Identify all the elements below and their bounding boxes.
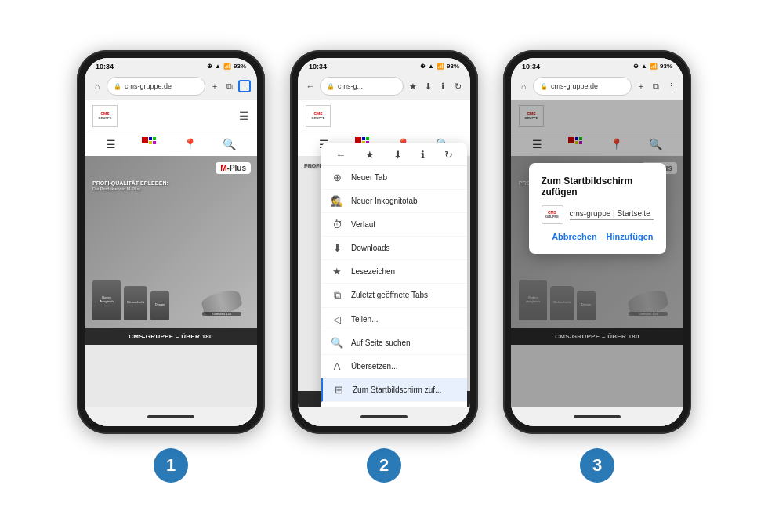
browser-back-2[interactable]: ←	[304, 80, 317, 92]
product-can-med-1: Mehrschicht	[124, 286, 147, 320]
step-label-1: 1	[166, 455, 176, 476]
wifi-icon-3: 📶	[650, 63, 658, 70]
signal-icon: ▲	[215, 63, 221, 70]
dialog-cancel-btn-3[interactable]: Abbrechen	[552, 232, 596, 241]
dd-dl-btn[interactable]: ⬇	[393, 149, 402, 161]
browser-home-btn-3[interactable]: ⌂	[517, 80, 530, 92]
dd-refresh-icon: ↻	[444, 149, 453, 161]
roll-label-1: Glattvlies 150	[202, 312, 241, 316]
cms-logo-1: CMS GRUPPE	[92, 105, 118, 127]
dd-star-btn[interactable]: ★	[365, 149, 375, 161]
dd-info-icon: ℹ	[421, 149, 425, 161]
m-text-1: M	[220, 164, 226, 172]
dd-item-teilen[interactable]: ◁ Teilen...	[321, 308, 467, 331]
dialog-overlay-3: Zum Startbildschirm zufügen CMS GRUPPE c…	[511, 100, 683, 407]
dd-item-zuletzt[interactable]: ⧉ Zuletzt geöffnete Tabs	[321, 284, 467, 308]
status-icons-3: ⊕ ▲ 📶 93%	[633, 63, 672, 70]
dd-neuer-tab-label: Neuer Tab	[351, 173, 387, 182]
svg-rect-0	[142, 137, 148, 143]
dd-item-uebersetzen[interactable]: A Übersetzen...	[321, 355, 467, 378]
products-area-1: BodenAusgleich Mehrschicht Design Glattv…	[92, 280, 249, 320]
status-icons-2: ⊕ ▲ 📶 93%	[420, 63, 459, 70]
dialog-box-3: Zum Startbildschirm zufügen CMS GRUPPE c…	[529, 163, 666, 254]
dd-refresh-btn[interactable]: ↻	[444, 149, 453, 161]
gruppe-text-1: GRUPPE	[99, 116, 112, 120]
dd-info-btn[interactable]: ℹ	[421, 149, 425, 161]
lock-icon-1: 🔒	[114, 83, 121, 90]
dd-dl-icon: ⬇	[393, 149, 402, 161]
dialog-app-name-3: cms-gruppe | Startseite	[570, 209, 654, 220]
product-can-large-1: BodenAusgleich	[92, 280, 121, 320]
website-content-1: CMS GRUPPE ☰ ☰	[85, 100, 257, 407]
url-bar-3[interactable]: 🔒 cms-gruppe.de	[533, 77, 632, 96]
dd-lesezeichen-label: Lesezeichen	[351, 267, 395, 276]
main-container: 10:34 ⊕ ▲ 📶 93% ⌂ 🔒 cms-gruppe.de	[0, 0, 768, 532]
dialog-actions-3: Abbrechen Hinzufügen	[542, 232, 654, 241]
new-tab-btn-3[interactable]: +	[635, 80, 647, 92]
bluetooth-icon-2: ⊕	[420, 63, 426, 70]
url-bar-1[interactable]: 🔒 cms-gruppe.de	[107, 77, 205, 96]
new-tab-btn-1[interactable]: +	[208, 80, 221, 92]
menu-btn-1[interactable]: ⋮	[238, 80, 251, 92]
status-bar-2: 10:34 ⊕ ▲ 📶 93%	[298, 58, 470, 74]
nav-location-1[interactable]: 📍	[183, 138, 197, 150]
dd-item-desktop[interactable]: 🖥 Desktopwebsite ☐	[321, 402, 467, 407]
dropdown-top-actions-2: ← ★ ⬇ ℹ ↻	[321, 143, 467, 166]
step-label-3: 3	[592, 455, 602, 476]
info-btn-2[interactable]: ℹ	[437, 80, 449, 92]
url-text-3: cms-gruppe.de	[551, 82, 598, 90]
dd-back-btn[interactable]: ←	[335, 149, 346, 161]
phone-nav-3	[511, 407, 683, 426]
tabs-btn-3[interactable]: ⧉	[650, 80, 662, 92]
menu-btn-3[interactable]: ⋮	[665, 80, 677, 92]
dd-item-lesezeichen[interactable]: ★ Lesezeichen	[321, 260, 467, 284]
browser-home-btn-1[interactable]: ⌂	[91, 80, 103, 92]
browser-actions-2: ★ ⬇ ℹ ↻	[407, 80, 464, 92]
browser-bar-2: ← 🔒 cms-g... ★ ⬇ ℹ ↻	[298, 74, 470, 100]
dd-inkognito-icon: 🕵	[331, 195, 343, 207]
phone-wrapper-1: 10:34 ⊕ ▲ 📶 93% ⌂ 🔒 cms-gruppe.de	[77, 50, 265, 483]
hero-subtitle-1: Die Produkte von M-Plus	[92, 186, 168, 192]
dd-back-icon: ←	[335, 149, 346, 161]
phone-wrapper-3: 10:34 ⊕ ▲ 📶 93% ⌂ 🔒 cms-gruppe.de	[503, 50, 691, 483]
battery-icon-3: 93%	[660, 63, 672, 70]
website-footer-1: CMS-GRUPPE – ÜBER 180	[85, 328, 257, 345]
signal-icon-3: ▲	[641, 63, 647, 70]
refresh-btn-2[interactable]: ↻	[451, 80, 464, 92]
hero-title-1: PROFI-QUALITÄT ERLEBEN:	[92, 179, 168, 186]
dialog-confirm-btn-3[interactable]: Hinzufügen	[607, 232, 654, 241]
dd-item-startbildschirm[interactable]: ⊞ Zum Startbildschirm zuf...	[321, 378, 467, 402]
phone-1: 10:34 ⊕ ▲ 📶 93% ⌂ 🔒 cms-gruppe.de	[77, 50, 265, 434]
dd-zuletzt-icon: ⧉	[331, 289, 343, 302]
dd-item-neuer-tab[interactable]: ⊕ Neuer Tab	[321, 166, 467, 190]
hero-text-1: PROFI-QUALITÄT ERLEBEN: Die Produkte von…	[92, 179, 168, 192]
browser-actions-1: + ⧉ ⋮	[208, 80, 251, 92]
phone-2: 10:34 ⊕ ▲ 📶 93% ← 🔒 cms-g...	[290, 50, 478, 434]
svg-rect-4	[153, 141, 156, 144]
star-btn-2[interactable]: ★	[407, 80, 419, 92]
lock-icon-2: 🔒	[327, 83, 335, 90]
nav-search-1[interactable]: 🔍	[223, 138, 236, 150]
footer-text-1: CMS-GRUPPE – ÜBER 180	[129, 333, 213, 340]
dd-item-suchen[interactable]: 🔍 Auf Seite suchen	[321, 331, 467, 355]
hero-title-partial-2: PROFI-	[304, 162, 323, 169]
battery-icon-2: 93%	[447, 63, 459, 70]
nav-logo-1	[142, 137, 158, 151]
nav-menu-1[interactable]: ☰	[106, 138, 116, 150]
svg-rect-1	[149, 137, 152, 140]
dd-item-verlauf[interactable]: ⏱ Verlauf	[321, 213, 467, 237]
dd-item-downloads[interactable]: ⬇ Downloads	[321, 237, 467, 260]
tabs-btn-1[interactable]: ⧉	[223, 80, 236, 92]
dialog-app-row-3: CMS GRUPPE cms-gruppe | Startseite	[542, 205, 654, 224]
dl-btn-2[interactable]: ⬇	[422, 80, 434, 92]
time-2: 10:34	[309, 63, 327, 71]
url-bar-2[interactable]: 🔒 cms-g...	[320, 77, 404, 96]
dd-suchen-icon: 🔍	[331, 337, 343, 349]
dd-item-inkognito[interactable]: 🕵 Neuer Inkognitotab	[321, 190, 467, 213]
dd-verlauf-label: Verlauf	[351, 220, 375, 229]
dd-downloads-icon: ⬇	[331, 242, 343, 254]
phone-2-screen: 10:34 ⊕ ▲ 📶 93% ← 🔒 cms-g...	[298, 58, 470, 426]
dd-startbildschirm-icon: ⊞	[332, 384, 345, 396]
phone-3-screen: 10:34 ⊕ ▲ 📶 93% ⌂ 🔒 cms-gruppe.de	[511, 58, 683, 426]
dd-uebersetzen-icon: A	[331, 360, 343, 372]
